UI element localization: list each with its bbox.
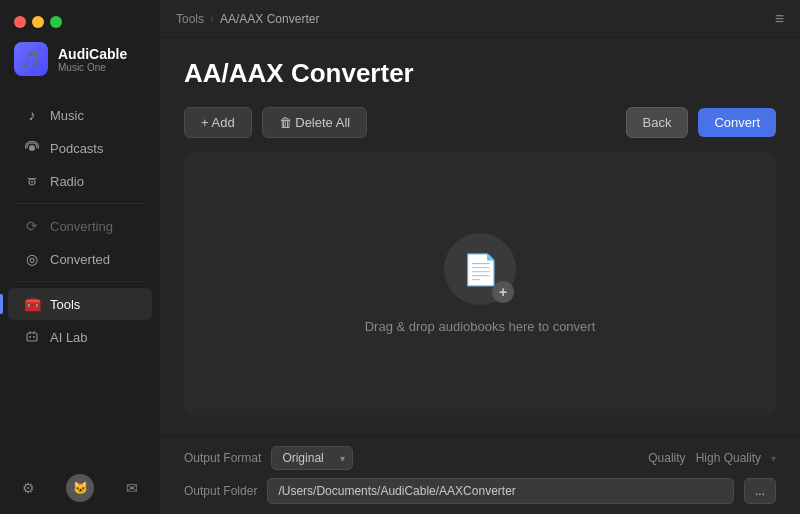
output-folder-input[interactable]: [267, 478, 734, 504]
breadcrumb: Tools › AA/AAX Converter: [176, 12, 319, 26]
sidebar-item-tools[interactable]: 🧰 Tools: [8, 288, 152, 320]
drop-text: Drag & drop audiobooks here to convert: [365, 319, 596, 334]
svg-point-2: [31, 181, 33, 183]
add-button[interactable]: + Add: [184, 107, 252, 138]
sidebar: 🎵 AudiCable Music One ♪ Music Podcasts: [0, 0, 160, 514]
output-format-select-wrapper: Original: [271, 446, 353, 470]
sidebar-bottom: ⚙ 🐱 ✉: [0, 462, 160, 514]
app-brand: 🎵 AudiCable Music One: [0, 30, 160, 92]
svg-point-4: [29, 336, 31, 338]
main-content: Tools › AA/AAX Converter ≡ AA/AAX Conver…: [160, 0, 800, 514]
sidebar-item-radio[interactable]: Radio: [8, 165, 152, 197]
drop-icon: 📄 +: [444, 233, 516, 305]
sidebar-item-music[interactable]: ♪ Music: [8, 99, 152, 131]
topbar: Tools › AA/AAX Converter ≡: [160, 0, 800, 38]
delete-all-button[interactable]: 🗑 Delete All: [262, 107, 368, 138]
app-name: AudiCable: [58, 46, 127, 62]
sidebar-nav-section: ♪ Music Podcasts: [0, 92, 160, 360]
sidebar-label-converted: Converted: [50, 252, 110, 267]
converting-icon: ⟳: [24, 218, 40, 234]
breadcrumb-current: AA/AAX Converter: [220, 12, 319, 26]
app-subtitle: Music One: [58, 62, 127, 73]
sidebar-item-converted[interactable]: ◎ Converted: [8, 243, 152, 275]
page-title: AA/AAX Converter: [184, 58, 776, 89]
output-format-row: Output Format Original: [184, 446, 353, 470]
output-format-select[interactable]: Original: [271, 446, 353, 470]
output-format-label: Output Format: [184, 451, 261, 465]
sidebar-divider: [14, 203, 146, 204]
traffic-lights: [14, 16, 62, 28]
minimize-button[interactable]: [32, 16, 44, 28]
drop-zone[interactable]: 📄 + Drag & drop audiobooks here to conve…: [184, 152, 776, 415]
svg-point-0: [29, 145, 35, 151]
quality-value: High Quality: [696, 451, 761, 465]
breadcrumb-parent: Tools: [176, 12, 204, 26]
output-folder-row: Output Folder ...: [184, 478, 776, 504]
radio-icon: [24, 173, 40, 189]
sidebar-label-podcasts: Podcasts: [50, 141, 103, 156]
close-button[interactable]: [14, 16, 26, 28]
podcasts-icon: [24, 140, 40, 156]
quality-row: Quality High Quality ▾: [648, 451, 776, 465]
app-logo: 🎵: [14, 42, 48, 76]
menu-icon[interactable]: ≡: [775, 10, 784, 28]
sidebar-label-music: Music: [50, 108, 84, 123]
breadcrumb-separator: ›: [210, 12, 214, 26]
sidebar-label-ai-lab: AI Lab: [50, 330, 88, 345]
quality-label: Quality: [648, 451, 685, 465]
back-button[interactable]: Back: [626, 107, 689, 138]
settings-button[interactable]: ⚙: [14, 474, 42, 502]
mail-button[interactable]: ✉: [118, 474, 146, 502]
user-avatar[interactable]: 🐱: [66, 474, 94, 502]
converted-icon: ◎: [24, 251, 40, 267]
sidebar-divider-2: [14, 281, 146, 282]
svg-point-5: [33, 336, 35, 338]
add-icon: +: [492, 281, 514, 303]
sidebar-label-tools: Tools: [50, 297, 80, 312]
sidebar-item-podcasts[interactable]: Podcasts: [8, 132, 152, 164]
content-area: AA/AAX Converter + Add 🗑 Delete All Back…: [160, 38, 800, 435]
bottom-bar: Output Format Original Quality High Qual…: [160, 435, 800, 514]
quality-chevron-icon: ▾: [771, 453, 776, 464]
toolbar: + Add 🗑 Delete All Back Convert: [184, 107, 776, 138]
browse-button[interactable]: ...: [744, 478, 776, 504]
sidebar-label-radio: Radio: [50, 174, 84, 189]
sidebar-item-converting: ⟳ Converting: [8, 210, 152, 242]
sidebar-label-converting: Converting: [50, 219, 113, 234]
svg-rect-3: [27, 333, 37, 341]
output-folder-label: Output Folder: [184, 484, 257, 498]
music-icon: ♪: [24, 107, 40, 123]
maximize-button[interactable]: [50, 16, 62, 28]
convert-button[interactable]: Convert: [698, 108, 776, 137]
ai-lab-icon: [24, 329, 40, 345]
app-name-block: AudiCable Music One: [58, 46, 127, 73]
sidebar-item-ai-lab[interactable]: AI Lab: [8, 321, 152, 353]
tools-icon: 🧰: [24, 296, 40, 312]
document-icon: 📄: [462, 252, 499, 287]
